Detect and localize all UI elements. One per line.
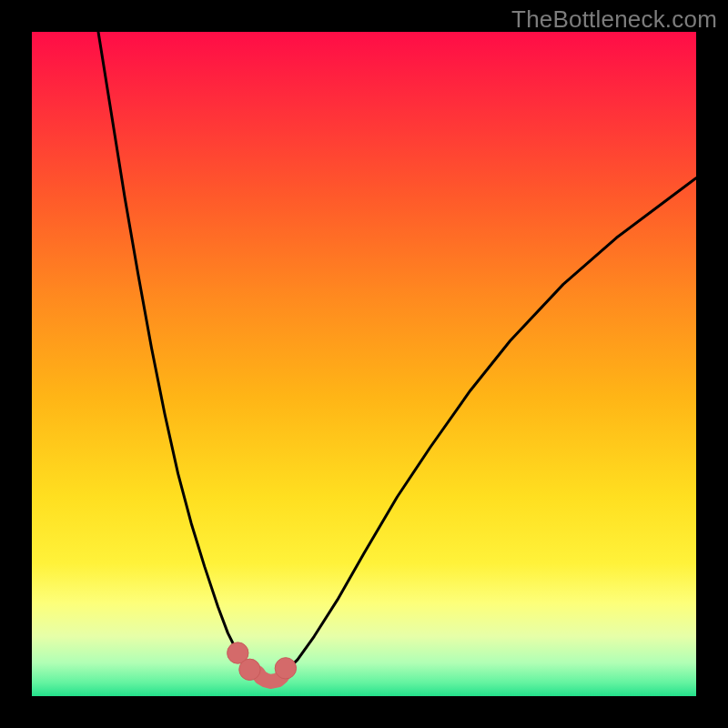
valley-marker-1	[239, 659, 260, 680]
valley-marker-2	[275, 658, 296, 679]
watermark-text: TheBottleneck.com	[511, 5, 717, 34]
chart-stage: TheBottleneck.com	[0, 0, 728, 728]
gradient-background	[32, 32, 696, 696]
plot-area	[32, 32, 696, 696]
chart-svg	[32, 32, 696, 696]
